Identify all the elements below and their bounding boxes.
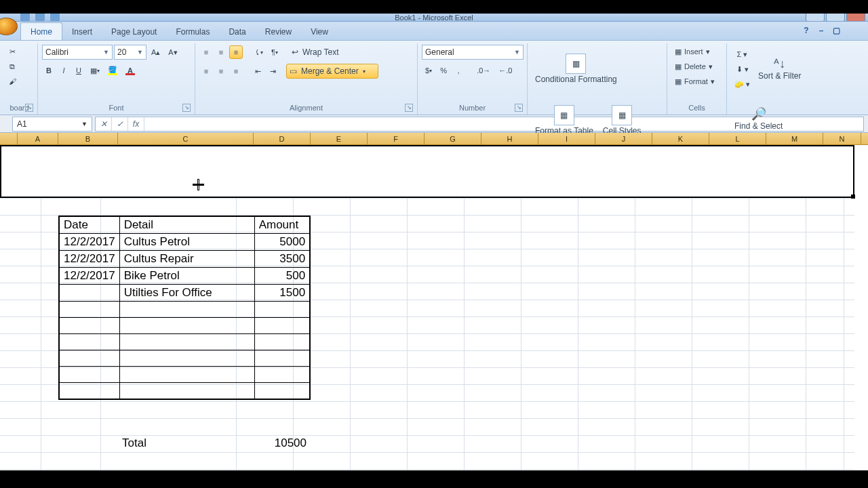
align-bottom-button[interactable]: ≡	[229, 45, 243, 59]
select-all-corner[interactable]	[0, 133, 18, 144]
column-header-K[interactable]: K	[652, 133, 709, 144]
cell-amount[interactable]	[254, 383, 310, 399]
clear-button[interactable]: 🧽 ▾	[731, 77, 753, 91]
cell-date[interactable]	[59, 383, 119, 399]
table-row[interactable]: 12/2/2017Bike Petrol500	[59, 268, 310, 285]
cell-date[interactable]: 12/2/2017	[59, 251, 119, 268]
cell-date[interactable]	[59, 367, 119, 383]
cell-detail[interactable]: Cultus Repair	[119, 251, 254, 268]
column-header-A[interactable]: A	[18, 133, 58, 144]
border-button[interactable]: ▦▾	[87, 64, 103, 77]
number-format-select[interactable]: General▼	[422, 45, 524, 60]
table-header-detail[interactable]: Detail	[119, 216, 254, 234]
column-header-H[interactable]: H	[481, 133, 538, 144]
spreadsheet-grid[interactable]: ABCDEFGHIJKLMN Date Detail Amount 12/2/2…	[0, 133, 868, 470]
number-launcher[interactable]: ↘	[515, 104, 523, 112]
selection-fill-handle[interactable]	[851, 195, 855, 199]
increase-decimal-button[interactable]: .0→	[473, 64, 494, 77]
column-headers[interactable]: ABCDEFGHIJKLMN	[0, 133, 868, 145]
name-box[interactable]: A1 ▼	[12, 117, 92, 131]
cell-detail[interactable]: Utilties For Office	[119, 285, 254, 302]
cell-detail[interactable]: Bike Petrol	[119, 268, 254, 285]
tab-review[interactable]: Review	[256, 23, 301, 40]
enter-formula-icon[interactable]: ✓	[112, 117, 128, 131]
cell-detail[interactable]	[119, 383, 254, 399]
align-top-button[interactable]: ≡	[199, 45, 213, 59]
cell-detail[interactable]	[119, 350, 254, 367]
tab-formulas[interactable]: Formulas	[166, 23, 219, 40]
tab-insert[interactable]: Insert	[62, 23, 102, 40]
font-launcher[interactable]: ↘	[182, 104, 191, 112]
cell-amount[interactable]: 3500	[254, 251, 310, 268]
column-header-J[interactable]: J	[595, 133, 652, 144]
save-icon[interactable]	[20, 14, 30, 21]
sort-filter-button[interactable]: ᴬ↓ Sort & Filter	[755, 45, 804, 94]
tab-data[interactable]: Data	[219, 23, 255, 40]
increase-font-icon[interactable]: A▴	[148, 45, 163, 59]
alignment-launcher[interactable]: ↘	[405, 104, 413, 112]
bold-button[interactable]: B	[42, 64, 56, 77]
cell-date[interactable]	[59, 350, 119, 367]
fill-color-button[interactable]: 🪣	[104, 64, 121, 77]
column-header-L[interactable]: L	[709, 133, 766, 144]
font-color-button[interactable]: A	[122, 64, 138, 77]
cell-amount[interactable]	[254, 350, 310, 367]
cell-amount[interactable]	[254, 302, 310, 318]
format-cells-button[interactable]: ▦ Format ▾	[671, 75, 724, 88]
conditional-formatting-button[interactable]: ▦ Conditional Formatting	[532, 45, 620, 94]
column-header-N[interactable]: N	[823, 133, 861, 144]
merge-center-button[interactable]: ▭ Merge & Center ▾	[286, 64, 378, 79]
close-button[interactable]	[846, 14, 865, 22]
column-header-F[interactable]: F	[368, 133, 425, 144]
cell-amount[interactable]	[254, 367, 310, 383]
cell-date[interactable]	[59, 334, 119, 350]
delete-cells-button[interactable]: ▦ Delete ▾	[671, 60, 724, 73]
table-row[interactable]	[59, 383, 310, 399]
orientation-button[interactable]: ⤹▾	[251, 45, 267, 59]
column-header-E[interactable]: E	[311, 133, 368, 144]
tab-home[interactable]: Home	[20, 22, 62, 40]
cell-amount[interactable]	[254, 318, 310, 334]
cell-amount[interactable]	[254, 334, 310, 350]
cancel-formula-icon[interactable]: ✕	[96, 117, 112, 131]
cell-detail[interactable]	[119, 367, 254, 383]
table-row[interactable]	[59, 318, 310, 334]
tab-page-layout[interactable]: Page Layout	[102, 23, 166, 40]
cell-date[interactable]	[59, 318, 119, 334]
comma-button[interactable]: ,	[452, 64, 465, 77]
redo-icon[interactable]	[50, 14, 60, 21]
table-row[interactable]: 12/2/2017Cultus Repair3500	[59, 251, 310, 268]
column-header-B[interactable]: B	[58, 133, 118, 144]
wrap-text-button[interactable]: ↩ Wrap Text	[288, 45, 370, 60]
cell-detail[interactable]: Cultus Petrol	[119, 234, 254, 251]
undo-icon[interactable]	[35, 14, 45, 21]
cell-amount[interactable]: 1500	[254, 285, 310, 302]
text-direction-button[interactable]: ¶▾	[268, 45, 281, 59]
maximize-button[interactable]	[826, 14, 845, 22]
insert-cells-button[interactable]: ▦ Insert ▾	[671, 45, 724, 58]
autosum-button[interactable]: Σ ▾	[731, 47, 753, 61]
cell-amount[interactable]: 500	[254, 268, 310, 285]
fill-button[interactable]: ⬇ ▾	[731, 62, 753, 76]
font-name-select[interactable]: Calibri▼	[42, 45, 113, 60]
cell-detail[interactable]	[119, 302, 254, 318]
table-row[interactable]	[59, 350, 310, 367]
selected-merged-cell[interactable]	[0, 145, 854, 198]
table-header-amount[interactable]: Amount	[254, 216, 310, 234]
align-right-button[interactable]: ≡	[229, 64, 243, 78]
underline-button[interactable]: U	[72, 64, 85, 77]
tab-view[interactable]: View	[301, 23, 338, 40]
table-row[interactable]: 12/2/2017Cultus Petrol5000	[59, 234, 310, 251]
column-header-M[interactable]: M	[766, 133, 823, 144]
cut-button[interactable]: ✂	[5, 45, 19, 58]
table-row[interactable]	[59, 334, 310, 350]
cell-date[interactable]	[59, 302, 119, 318]
cell-detail[interactable]	[119, 334, 254, 350]
help-icon[interactable]: ?	[802, 26, 811, 35]
clipboard-launcher[interactable]: ↘	[25, 104, 33, 112]
table-row[interactable]	[59, 367, 310, 383]
table-header-date[interactable]: Date	[59, 216, 119, 234]
table-row[interactable]	[59, 302, 310, 318]
window-restore-icon[interactable]: ▢	[831, 26, 841, 35]
cell-amount[interactable]: 5000	[254, 234, 310, 251]
